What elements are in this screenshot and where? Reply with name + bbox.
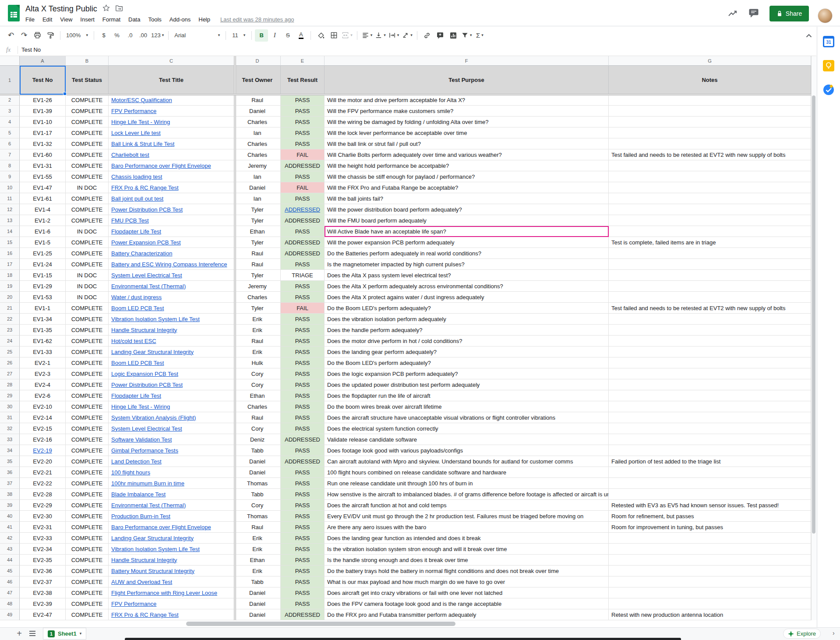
cell-F32[interactable]: Does the electrical system function corr… [325, 423, 609, 434]
cell-A23[interactable]: EV1-35 [20, 325, 66, 336]
test-no-link[interactable]: EV2-19 [33, 447, 52, 454]
column-header-B[interactable]: B [66, 56, 109, 66]
cell-D7[interactable]: Charles [234, 149, 281, 160]
row-header-48[interactable]: 48 [0, 598, 20, 609]
cell-D33[interactable]: Deniz [234, 434, 281, 445]
cell-D22[interactable]: Erik [234, 314, 281, 325]
cell-G35[interactable]: Failed portion of test added to the tria… [609, 456, 811, 467]
cell-F24[interactable]: Does the motor drive perform in hot / co… [325, 336, 609, 347]
increase-decimal-button[interactable]: .00 [137, 29, 150, 42]
cell-C49[interactable]: FRX Pro & RC Range Test [109, 609, 234, 620]
cell-D19[interactable]: Jeremy [234, 281, 281, 292]
cell-A35[interactable]: EV2-20 [20, 456, 66, 467]
cell-D6[interactable]: Charles [234, 138, 281, 149]
row-header-3[interactable]: 3 [0, 106, 20, 117]
header-cell-test-purpose[interactable]: Test Purpose [325, 66, 609, 95]
cell-E19[interactable]: PASS [281, 281, 325, 292]
cell-D5[interactable]: Ian [234, 127, 281, 138]
cell-A3[interactable]: EV1-39 [20, 106, 66, 117]
test-result-link[interactable]: ADDRESSED [285, 206, 320, 213]
cell-D15[interactable]: Tyler [234, 237, 281, 248]
cell-G40[interactable]: Room for refinement, but passes [609, 511, 811, 522]
cell-B36[interactable]: COMPLETE [66, 467, 109, 478]
cell-G3[interactable] [609, 106, 811, 117]
cell-D4[interactable]: Charles [234, 117, 281, 127]
cell-G8[interactable] [609, 160, 811, 171]
cell-A43[interactable]: EV2-34 [20, 544, 66, 555]
cell-A40[interactable]: EV2-30 [20, 511, 66, 522]
insights-icon[interactable] [725, 5, 741, 21]
test-title-link[interactable]: Hot/cold test ESC [111, 338, 156, 344]
test-title-link[interactable]: Flopdapter Life Test [111, 392, 161, 399]
last-edit-link[interactable]: Last edit was 28 minutes ago [220, 16, 294, 23]
cell-F12[interactable]: Will the power distribution board perfor… [325, 204, 609, 215]
cell-G45[interactable] [609, 566, 811, 576]
cell-B13[interactable]: COMPLETE [66, 215, 109, 226]
cell-B44[interactable]: COMPLETE [66, 555, 109, 566]
cell-C26[interactable]: Boom LED PCB Test [109, 357, 234, 368]
cell-C41[interactable]: Baro Performance over Flight Envelope [109, 522, 234, 533]
cell-G43[interactable] [609, 544, 811, 555]
row-header-4[interactable]: 4 [0, 117, 20, 127]
cell-C31[interactable]: System Vibration Analysis (Flight) [109, 412, 234, 423]
cell-B35[interactable]: COMPLETE [66, 456, 109, 467]
cell-F34[interactable]: Does footage look good with various payl… [325, 445, 609, 456]
column-header-F[interactable]: F [325, 56, 609, 66]
cell-D38[interactable]: Tabb [234, 489, 281, 500]
test-title-link[interactable]: Land Detection Test [111, 458, 162, 465]
cell-E44[interactable]: PASS [281, 555, 325, 566]
cell-E7[interactable]: FAIL [281, 149, 325, 160]
cell-G24[interactable] [609, 336, 811, 347]
cell-E8[interactable]: ADDRESSED [281, 160, 325, 171]
cell-G18[interactable] [609, 270, 811, 281]
explore-button[interactable]: Explore [783, 629, 821, 639]
cell-A15[interactable]: EV1-5 [20, 237, 66, 248]
format-percent-button[interactable]: % [110, 29, 124, 42]
cell-B2[interactable]: COMPLETE [66, 95, 109, 106]
row-header-35[interactable]: 35 [0, 456, 20, 467]
cell-E15[interactable]: ADDRESSED [281, 237, 325, 248]
font-size-select[interactable]: 11▾ [229, 29, 248, 42]
cell-A30[interactable]: EV2-10 [20, 401, 66, 412]
cell-F13[interactable]: Will the FMU board perform adequately [325, 215, 609, 226]
cell-A10[interactable]: EV1-47 [20, 182, 66, 193]
row-header-24[interactable]: 24 [0, 336, 20, 347]
row-header-1[interactable]: 1 [0, 66, 20, 95]
cell-C17[interactable]: Battery and ESC Wiring Compass Interefen… [109, 259, 234, 270]
test-title-link[interactable]: Gimbal Performance Tests [111, 447, 178, 454]
decrease-decimal-button[interactable]: .0 [124, 29, 137, 42]
cell-B15[interactable]: COMPLETE [66, 237, 109, 248]
cell-E36[interactable]: PASS [281, 467, 325, 478]
cell-B42[interactable]: COMPLETE [66, 533, 109, 544]
cell-G34[interactable] [609, 445, 811, 456]
row-header-39[interactable]: 39 [0, 500, 20, 511]
cell-G20[interactable] [609, 292, 811, 303]
cell-A27[interactable]: EV2-3 [20, 368, 66, 379]
cell-E35[interactable]: ADDRESSED [281, 456, 325, 467]
cell-A25[interactable]: EV1-33 [20, 347, 66, 357]
menu-insert[interactable]: Insert [76, 16, 99, 23]
test-title-link[interactable]: Battery Mount Structural Integrity [111, 568, 194, 574]
cell-F29[interactable]: Does the flopdapter run the life of airc… [325, 390, 609, 401]
menu-format[interactable]: Format [99, 16, 124, 23]
cell-C33[interactable]: Software Validation Test [109, 434, 234, 445]
insert-chart-button[interactable] [447, 29, 460, 42]
cell-A18[interactable]: EV1-15 [20, 270, 66, 281]
row-header-47[interactable]: 47 [0, 587, 20, 598]
test-title-link[interactable]: Environmental Test (Thermal) [111, 283, 186, 290]
cell-D8[interactable]: Jeremy [234, 160, 281, 171]
cell-F16[interactable]: Do the Batteries perform adequately in r… [325, 248, 609, 259]
cell-E49[interactable]: ADDRESSED [281, 609, 325, 620]
cell-E23[interactable]: PASS [281, 325, 325, 336]
row-header-41[interactable]: 41 [0, 522, 20, 533]
cell-G12[interactable] [609, 204, 811, 215]
cell-E45[interactable]: PASS [281, 566, 325, 576]
test-title-link[interactable]: Battery and ESC Wiring Compass Interefen… [111, 261, 227, 268]
cell-C7[interactable]: Charliebolt test [109, 149, 234, 160]
cell-E20[interactable]: PASS [281, 292, 325, 303]
test-title-link[interactable]: Logic Expansion PCB Test [111, 371, 178, 377]
cell-E21[interactable]: FAIL [281, 303, 325, 314]
cell-G49[interactable]: Retest with new production antenna locat… [609, 609, 811, 620]
all-sheets-button[interactable] [26, 628, 39, 639]
cell-G38[interactable] [609, 489, 811, 500]
